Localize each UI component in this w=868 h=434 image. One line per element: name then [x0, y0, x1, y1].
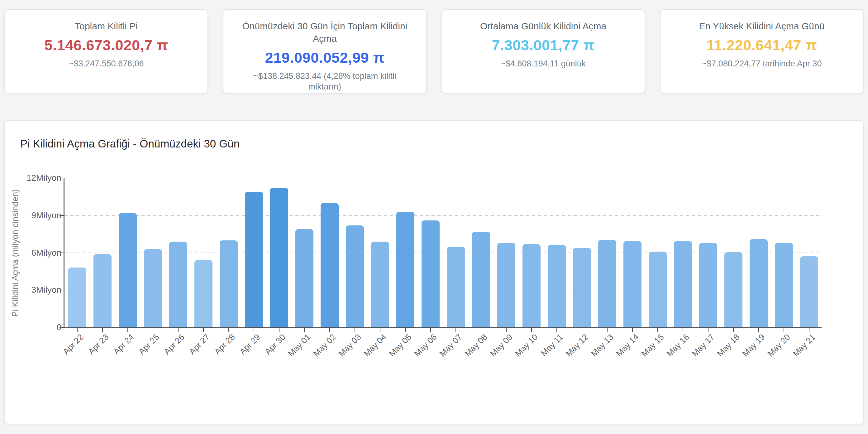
chart-bar-may-11[interactable]: [548, 245, 566, 327]
x-axis-tick: [607, 328, 608, 332]
card-title: En Yüksek Kilidini Açma Günü: [673, 20, 850, 32]
x-axis-tick: [657, 328, 658, 332]
card-title: Toplam Kilitli Pi: [18, 20, 195, 32]
stat-card-highest-unlock-day: En Yüksek Kilidini Açma Günü 11.220.641,…: [660, 9, 864, 93]
chart-bar-may-19[interactable]: [750, 239, 768, 327]
x-axis-tick: [733, 328, 734, 332]
x-axis-tick: [77, 328, 78, 332]
card-subtitle: ~$4.608.194,11 günlük: [455, 58, 632, 69]
y-axis-tick-label: 12Milyon: [0, 174, 61, 182]
chart-bar-may-05[interactable]: [396, 212, 414, 327]
chart-bar-may-03[interactable]: [346, 225, 364, 327]
chart-bar-apr-22[interactable]: [68, 267, 86, 327]
chart-bar-may-01[interactable]: [296, 229, 313, 327]
gridline-12: [64, 178, 822, 178]
x-axis-tick: [203, 328, 204, 332]
chart-bar-may-10[interactable]: [523, 244, 540, 327]
chart-bar-may-17[interactable]: [699, 243, 717, 327]
x-axis-tick: [127, 328, 128, 332]
x-axis-tick: [102, 328, 103, 332]
chart-bar-apr-29[interactable]: [245, 192, 263, 327]
y-axis-tick-label: 9Milyon: [0, 211, 61, 220]
card-subtitle: ~$3.247.550.676,06: [18, 58, 195, 69]
x-axis-tick: [380, 328, 380, 332]
y-axis-tick-label: 0: [0, 323, 61, 332]
card-value: 5.146.673.020,7 π: [18, 36, 195, 54]
x-axis-tick-label: Apr 22: [39, 333, 85, 378]
x-axis-tick: [279, 328, 279, 332]
chart-bar-apr-24[interactable]: [119, 213, 137, 327]
y-axis-spine: [64, 178, 64, 328]
chart-bar-may-14[interactable]: [623, 241, 642, 327]
x-axis-tick: [254, 328, 254, 332]
chart-bar-may-07[interactable]: [447, 247, 465, 327]
unlock-chart-panel: Pi Kilidini Açma Grafiği - Önümüzdeki 30…: [4, 120, 864, 424]
card-value: 11.220.641,47 π: [673, 36, 850, 54]
stat-card-total-locked: Toplam Kilitli Pi 5.146.673.020,7 π ~$3.…: [4, 9, 208, 93]
y-axis-tick-label: 6Milyon: [0, 249, 61, 257]
chart-bar-may-09[interactable]: [497, 243, 515, 327]
x-axis-tick: [783, 328, 784, 332]
chart-bar-may-16[interactable]: [674, 241, 692, 327]
chart-title: Pi Kilidini Açma Grafiği - Önümüzdeki 30…: [20, 138, 240, 150]
bar-chart-plot-area: Pi Kilidini Açma (milyon cinsinden) 03Mi…: [64, 178, 822, 327]
x-axis-tick: [758, 328, 759, 332]
stat-card-average-daily-unlock: Ortalama Günlük Kilidini Açma 7.303.001,…: [441, 9, 645, 93]
card-subtitle: ~$138.245.823,44 (4,26% toplam kilitli m…: [236, 71, 413, 92]
chart-bar-apr-28[interactable]: [220, 240, 238, 327]
x-axis-tick: [329, 328, 330, 332]
gridline-9: [64, 215, 822, 216]
x-axis-tick: [809, 328, 809, 332]
x-axis-tick: [481, 328, 482, 332]
x-axis-tick: [632, 328, 633, 332]
stat-cards-row: Toplam Kilitli Pi 5.146.673.020,7 π ~$3.…: [4, 9, 864, 93]
x-axis-tick: [506, 328, 506, 332]
x-axis-tick: [531, 328, 532, 332]
x-axis-tick: [153, 328, 153, 332]
y-axis-tick-label: 3Milyon: [0, 286, 61, 294]
chart-bar-may-20[interactable]: [775, 243, 793, 327]
x-axis-tick: [430, 328, 431, 332]
card-value: 7.303.001,77 π: [455, 36, 632, 54]
card-title: Önümüzdeki 30 Gün İçin Toplam Kilidini A…: [236, 20, 413, 45]
x-axis-tick: [683, 328, 683, 332]
chart-bar-apr-25[interactable]: [144, 249, 162, 327]
chart-bar-apr-30[interactable]: [270, 188, 288, 327]
chart-bar-may-18[interactable]: [724, 252, 742, 327]
x-axis-tick: [354, 328, 355, 332]
chart-bar-may-15[interactable]: [649, 252, 667, 327]
x-axis-tick: [405, 328, 406, 332]
chart-bar-may-12[interactable]: [573, 248, 591, 327]
chart-bar-may-04[interactable]: [371, 242, 389, 327]
x-axis-tick: [708, 328, 709, 332]
chart-bar-apr-23[interactable]: [93, 254, 112, 328]
x-axis-tick: [304, 328, 305, 332]
chart-bar-may-13[interactable]: [598, 240, 616, 327]
chart-bar-apr-26[interactable]: [169, 242, 187, 327]
x-axis-tick: [178, 328, 179, 332]
chart-bar-apr-27[interactable]: [194, 260, 213, 327]
x-axis-tick: [228, 328, 229, 332]
card-subtitle: ~$7.080.224,77 tarihinde Apr 30: [673, 58, 850, 69]
chart-bar-may-02[interactable]: [320, 203, 339, 327]
x-axis-tick: [456, 328, 456, 332]
stat-card-total-unlock-30d: Önümüzdeki 30 Gün İçin Toplam Kilidini A…: [223, 9, 427, 93]
chart-bar-may-06[interactable]: [422, 221, 440, 327]
x-axis-baseline: [64, 327, 822, 328]
card-title: Ortalama Günlük Kilidini Açma: [455, 20, 632, 32]
x-axis-tick: [582, 328, 582, 332]
chart-bar-may-21[interactable]: [800, 256, 818, 327]
x-axis-tick: [556, 328, 557, 332]
card-value: 219.090.052,99 π: [236, 49, 413, 66]
chart-bar-may-08[interactable]: [472, 232, 490, 327]
